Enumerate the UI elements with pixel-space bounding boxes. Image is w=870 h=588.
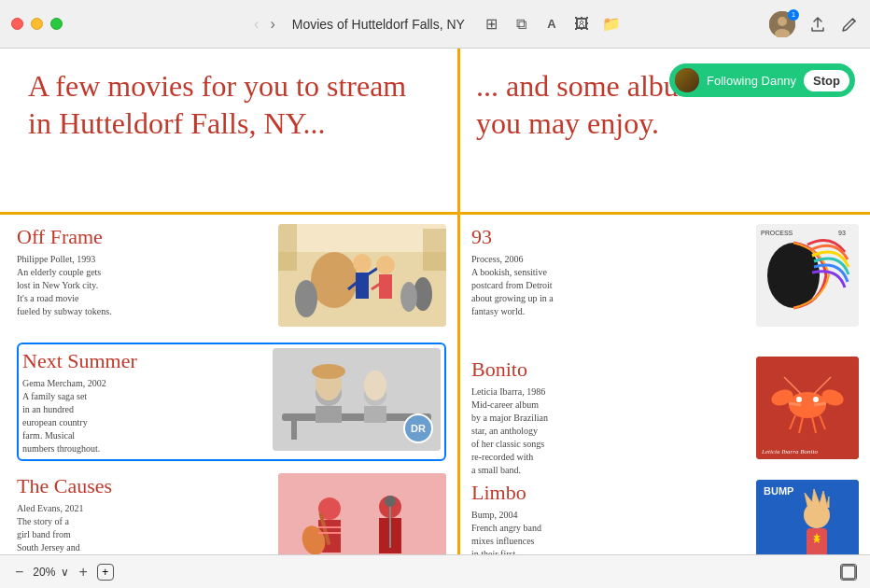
back-button[interactable]: ‹ bbox=[250, 14, 262, 35]
fit-to-screen-button[interactable] bbox=[840, 564, 857, 581]
svg-point-10 bbox=[376, 256, 395, 274]
svg-line-49 bbox=[814, 403, 826, 405]
bottom-toolbar: − 20% ∨ + + bbox=[0, 554, 870, 588]
left-header: A few movies for you to streamin Hutteld… bbox=[28, 67, 420, 142]
titlebar-center: ‹ › Movies of Hutteldorf Falls, NY ⊞ ⧉ A… bbox=[250, 14, 620, 35]
minimize-button[interactable] bbox=[31, 18, 43, 30]
album-text-1: 93 Process, 2006A bookish, sensitivepost… bbox=[471, 224, 747, 318]
left-header-text: A few movies for you to streamin Hutteld… bbox=[28, 67, 420, 142]
movie-text-2: Next Summer Gema Mercham, 2002A family s… bbox=[22, 348, 263, 455]
svg-rect-28 bbox=[364, 406, 386, 423]
svg-point-25 bbox=[312, 364, 345, 379]
album-entry-1[interactable]: 93 Process, 2006A bookish, sensitivepost… bbox=[471, 224, 859, 327]
zoom-level-label: 20% bbox=[33, 566, 55, 579]
image-icon[interactable]: 🖼 bbox=[573, 16, 590, 33]
main-canvas: A few movies for you to streamin Hutteld… bbox=[0, 49, 870, 588]
zoom-out-button[interactable]: − bbox=[11, 564, 27, 581]
svg-rect-11 bbox=[379, 274, 392, 299]
album-entry-2[interactable]: Bonito Leticia Ibarra, 1986Mid-career al… bbox=[471, 357, 859, 477]
svg-point-1 bbox=[778, 17, 787, 26]
album-thumb-2[interactable]: Leticia Ibarra Bonito bbox=[756, 357, 859, 459]
titlebar-right: 1 bbox=[769, 11, 859, 37]
svg-text:BUMP: BUMP bbox=[764, 485, 793, 497]
zoom-in-button[interactable]: + bbox=[75, 564, 91, 581]
svg-line-48 bbox=[789, 403, 801, 405]
svg-point-43 bbox=[767, 243, 820, 308]
svg-point-27 bbox=[364, 371, 386, 400]
svg-text:Leticia Ibarra  Bonito: Leticia Ibarra Bonito bbox=[761, 448, 818, 455]
svg-point-13 bbox=[295, 280, 317, 317]
movie-meta-2: Gema Mercham, 2002A family saga setin an… bbox=[22, 377, 263, 455]
following-banner: Following Danny Stop bbox=[669, 63, 855, 97]
svg-rect-17 bbox=[423, 229, 446, 271]
svg-rect-62 bbox=[807, 528, 827, 556]
album-title-2: Bonito bbox=[471, 357, 747, 384]
close-button[interactable] bbox=[11, 18, 23, 30]
album-meta-2: Leticia Ibarra, 1986Mid-career albumby a… bbox=[471, 385, 747, 477]
movie-title-2: Next Summer bbox=[22, 348, 263, 375]
share-icon[interactable] bbox=[808, 15, 827, 34]
forward-button[interactable]: › bbox=[266, 14, 278, 35]
following-avatar bbox=[675, 68, 699, 92]
movie-title-3: The Causes bbox=[17, 473, 269, 500]
nav-arrows: ‹ › bbox=[250, 14, 279, 35]
svg-point-15 bbox=[400, 282, 417, 312]
svg-point-37 bbox=[385, 496, 396, 507]
svg-point-57 bbox=[813, 397, 819, 402]
horizontal-divider bbox=[0, 212, 870, 215]
folder-icon[interactable]: 📁 bbox=[603, 16, 620, 33]
traffic-lights bbox=[11, 18, 63, 30]
text-icon[interactable]: A bbox=[543, 16, 560, 33]
svg-point-56 bbox=[796, 397, 802, 402]
zoom-dropdown[interactable]: ∨ bbox=[61, 566, 69, 579]
stop-button[interactable]: Stop bbox=[804, 70, 849, 91]
collaborator-avatar: DR bbox=[403, 413, 433, 443]
movie-thumb-2[interactable]: DR bbox=[273, 348, 441, 451]
edit-icon[interactable] bbox=[840, 15, 859, 34]
album-title-1: 93 bbox=[471, 224, 747, 251]
bottom-right bbox=[840, 564, 857, 581]
vertical-divider bbox=[457, 49, 460, 588]
svg-point-5 bbox=[311, 252, 358, 308]
layers-icon[interactable]: ⧉ bbox=[513, 16, 530, 33]
album-text-2: Bonito Leticia Ibarra, 1986Mid-career al… bbox=[471, 357, 747, 477]
movie-meta-1: Philippe Pollet, 1993An elderly couple g… bbox=[17, 253, 269, 318]
album-meta-1: Process, 2006A bookish, sensitivepostcar… bbox=[471, 253, 747, 318]
svg-rect-66 bbox=[842, 566, 855, 579]
titlebar-toolbar: ⊞ ⧉ A 🖼 📁 bbox=[484, 16, 620, 33]
movie-text-1: Off Frame Philippe Pollet, 1993An elderl… bbox=[17, 224, 269, 318]
movie-title-1: Off Frame bbox=[17, 224, 269, 251]
svg-rect-23 bbox=[316, 406, 342, 423]
album-thumb-1[interactable]: PROCESS 93 bbox=[756, 224, 859, 327]
maximize-button[interactable] bbox=[50, 18, 63, 30]
movie-entry-1[interactable]: Off Frame Philippe Pollet, 1993An elderl… bbox=[17, 224, 446, 327]
svg-point-6 bbox=[353, 254, 372, 273]
following-label: Following Danny bbox=[707, 74, 796, 88]
movie-thumb-1[interactable] bbox=[278, 224, 446, 327]
svg-rect-20 bbox=[291, 421, 297, 440]
notification-badge: 1 bbox=[788, 9, 799, 21]
album-title-3: Limbo bbox=[471, 480, 747, 507]
svg-text:93: 93 bbox=[838, 230, 846, 236]
svg-rect-16 bbox=[278, 224, 297, 271]
movie-entry-2[interactable]: Next Summer Gema Mercham, 2002A family s… bbox=[17, 343, 446, 461]
document-title: Movies of Hutteldorf Falls, NY bbox=[292, 17, 465, 32]
add-element-button[interactable]: + bbox=[97, 564, 114, 581]
view-icon[interactable]: ⊞ bbox=[484, 16, 500, 33]
titlebar: ‹ › Movies of Hutteldorf Falls, NY ⊞ ⧉ A… bbox=[0, 0, 870, 49]
svg-text:PROCESS: PROCESS bbox=[761, 230, 793, 236]
avatar-wrap: 1 bbox=[769, 11, 795, 37]
